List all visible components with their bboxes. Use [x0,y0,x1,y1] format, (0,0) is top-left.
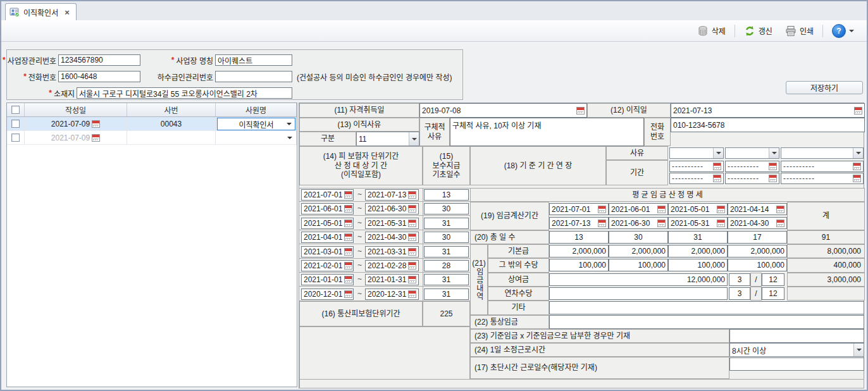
calendar-icon[interactable] [657,220,666,227]
row-date-cell[interactable]: 2021-07-09 [25,131,127,145]
other-wage-input[interactable] [549,301,864,314]
calc-start-input[interactable]: 2021-05-01 [668,203,728,215]
extension-period-input[interactable]: ---------- [669,173,724,184]
period-start-input[interactable]: 2021-04-01 [301,232,354,243]
calendar-icon[interactable] [769,163,777,170]
period-end-input[interactable]: 2021-07-13 [365,189,419,201]
calc-end-input[interactable]: 2021-04-30 [728,217,787,229]
total-days-input[interactable]: 30 [609,231,668,244]
row-checkbox[interactable] [11,120,20,128]
calendar-icon[interactable] [344,290,352,298]
delete-button[interactable]: 삭제 [693,23,729,39]
period-days-input[interactable]: 31 [424,289,469,300]
calendar-icon[interactable] [344,205,352,213]
period-days-input[interactable]: 31 [424,274,469,285]
field-11-input[interactable]: 2019-07-08 [419,103,587,118]
calendar-icon[interactable] [92,120,100,128]
row-checkbox[interactable] [11,133,20,142]
row-empno-cell[interactable] [127,131,216,145]
period-start-input[interactable]: 2021-03-01 [301,246,354,258]
wage-basic-input[interactable]: 2,000,000 [728,245,787,258]
period-end-input[interactable]: 2021-06-30 [365,203,419,214]
calendar-icon[interactable] [776,206,784,213]
calendar-icon[interactable] [776,220,784,227]
extension-period-input[interactable]: ---------- [781,173,864,184]
calendar-icon[interactable] [408,191,416,199]
wage-basic-input[interactable]: 2,000,000 [609,245,668,258]
calendar-icon[interactable] [408,233,416,241]
print-button[interactable]: 인쇄 [781,23,817,39]
calendar-icon[interactable] [344,262,352,270]
wage-etc-input[interactable]: 100,000 [609,259,668,271]
row-date-cell[interactable]: 2021-07-09 [25,117,127,131]
reason-textarea[interactable]: 구체적 사유, 10자 이상 기재 [450,118,644,146]
period-end-input[interactable]: 2021-02-28 [365,260,419,271]
period-start-input[interactable]: 2021-06-01 [301,203,354,214]
wage-etc-input[interactable]: 100,000 [728,259,787,271]
field-12-input[interactable]: 2021-07-13 [671,103,865,118]
extension-period-input[interactable]: ---------- [781,161,864,172]
help-button[interactable]: ? [828,22,858,40]
calendar-icon[interactable] [717,220,725,227]
gubun-select[interactable]: 11 [356,132,419,146]
extension-reason-select[interactable] [781,147,864,159]
column-header-empno[interactable]: 사번 [127,103,216,117]
refresh-button[interactable]: 갱신 [740,23,776,39]
bonus-divisor-input[interactable]: 12 [762,273,784,286]
calendar-icon[interactable] [598,220,606,227]
grid-row[interactable]: 2021-07-09 [7,131,297,145]
calendar-icon[interactable] [576,107,585,115]
extension-period-input[interactable]: ---------- [669,161,724,172]
calc-start-input[interactable]: 2021-07-01 [549,203,609,215]
extension-period-input[interactable]: ---------- [725,161,779,172]
total-days-input[interactable]: 13 [549,231,609,244]
emp-name-combobox[interactable] [217,132,295,144]
select-all-checkbox[interactable] [11,106,20,114]
emp-name-combobox[interactable]: 이직확인서 [217,118,295,130]
extension-reason-select[interactable] [725,147,779,159]
calendar-icon[interactable] [408,248,416,256]
period-start-input[interactable]: 2020-12-01 [301,289,354,300]
column-header-date[interactable]: 작성일 [25,103,127,117]
period-end-input[interactable]: 2021-04-30 [365,232,419,243]
calc-end-input[interactable]: 2021-06-30 [609,217,668,229]
wage-basic-input[interactable]: 2,000,000 [668,245,728,258]
wage-etc-input[interactable]: 100,000 [668,259,728,271]
calendar-icon[interactable] [408,276,416,283]
calendar-icon[interactable] [344,233,352,241]
calendar-icon[interactable] [344,276,352,283]
biz-name-input[interactable]: 아이퀘스트 [215,54,292,66]
select-all-header[interactable] [7,103,25,117]
period-days-input[interactable]: 30 [424,232,469,243]
calendar-icon[interactable] [657,206,666,213]
calendar-icon[interactable] [598,206,606,213]
subcontract-input[interactable] [215,71,292,82]
calendar-icon[interactable] [92,134,100,142]
period-end-input[interactable]: 2021-01-31 [365,274,419,285]
calc-start-input[interactable]: 2021-04-14 [728,203,787,215]
period-days-input[interactable]: 31 [424,246,469,258]
wage-basic-input[interactable]: 2,000,000 [549,245,609,258]
period-start-input[interactable]: 2021-02-01 [301,260,354,271]
period-start-input[interactable]: 2021-07-01 [301,189,354,201]
calendar-icon[interactable] [769,175,777,182]
period-days-input[interactable]: 31 [424,218,469,229]
calendar-icon[interactable] [853,175,861,182]
save-button[interactable]: 저장하기 [786,81,863,94]
annual-leave-input[interactable] [549,287,728,300]
calendar-icon[interactable] [853,163,861,170]
phone-input[interactable]: 1600-4648 [58,71,140,82]
extension-period-input[interactable]: ---------- [725,173,779,184]
calc-end-input[interactable]: 2021-05-31 [668,217,728,229]
period-end-input[interactable]: 2020-12-31 [365,289,419,300]
period-end-input[interactable]: 2021-05-31 [365,218,419,229]
field-17-input[interactable] [729,357,864,371]
extension-reason-select[interactable] [669,147,724,159]
calendar-icon[interactable] [854,107,862,115]
column-header-empname[interactable]: 사원명 [216,103,297,117]
period-end-input[interactable]: 2021-03-31 [365,246,419,258]
wage-etc-input[interactable]: 100,000 [549,259,609,271]
field-24-select[interactable]: 8시간 이상 [729,343,864,357]
calendar-icon[interactable] [408,220,416,227]
grid-row-selected[interactable]: 2021-07-09 00043 이직확인서 [7,117,297,131]
